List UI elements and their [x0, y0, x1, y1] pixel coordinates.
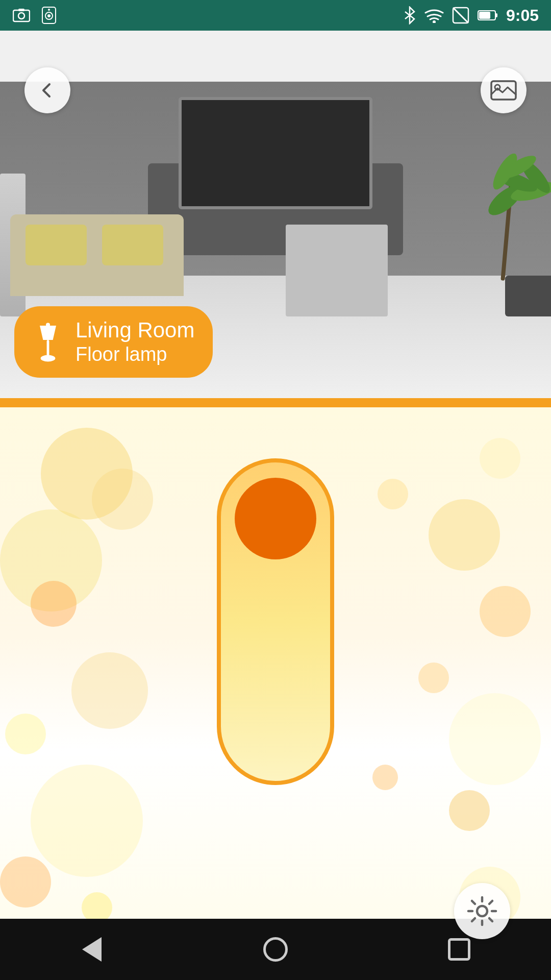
svg-point-17 [46, 323, 50, 327]
svg-rect-0 [13, 10, 30, 21]
svg-point-5 [47, 14, 51, 17]
svg-point-7 [433, 20, 436, 23]
tv-screen [179, 97, 372, 209]
svg-point-16 [41, 355, 56, 362]
battery-icon [478, 9, 498, 21]
status-bar: 9:05 [0, 0, 551, 31]
status-time: 9:05 [506, 6, 539, 25]
brightness-slider[interactable] [217, 458, 334, 785]
svg-point-18 [477, 906, 487, 916]
device-type: Floor lamp [76, 343, 194, 366]
svg-rect-15 [47, 340, 49, 357]
gear-icon [466, 895, 498, 927]
sofa [10, 214, 184, 296]
back-button[interactable] [24, 67, 70, 113]
svg-point-6 [48, 9, 50, 11]
status-right-icons: 9:05 [403, 6, 539, 25]
nav-home-button[interactable] [255, 929, 296, 970]
device-label: Living Room Floor lamp [14, 306, 213, 378]
wifi-icon [424, 8, 444, 23]
bluetooth-icon [403, 6, 416, 24]
gallery-button[interactable] [481, 67, 527, 113]
svg-rect-11 [495, 13, 497, 17]
cabinet [286, 225, 388, 316]
status-left-icons [12, 6, 58, 24]
control-section [0, 407, 551, 980]
dimmer-knob[interactable] [235, 478, 316, 559]
svg-rect-12 [479, 12, 490, 19]
photo-icon [12, 6, 31, 24]
device-label-text: Living Room Floor lamp [76, 317, 194, 366]
room-section: Living Room Floor lamp [0, 31, 551, 398]
settings-button[interactable] [454, 883, 510, 939]
speaker-icon [40, 6, 58, 24]
device-room: Living Room [76, 317, 194, 343]
orange-divider [0, 398, 551, 407]
svg-point-1 [18, 13, 24, 19]
sim-icon [452, 7, 469, 24]
floor-lamp-icon [33, 322, 63, 362]
svg-line-9 [453, 8, 468, 23]
nav-back-button[interactable] [71, 929, 112, 970]
svg-rect-2 [18, 9, 24, 11]
sofa-cushion [26, 225, 87, 265]
